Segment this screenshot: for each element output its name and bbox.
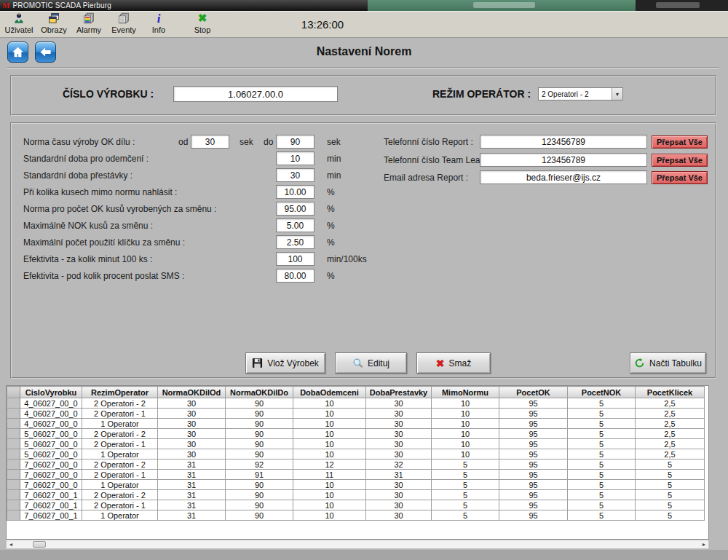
column-header[interactable]: PocetOK	[499, 387, 568, 398]
vloz-vyrobek-button[interactable]: Vlož Výrobek	[245, 352, 325, 374]
operator-mode-select[interactable]: 2 Operatori - 2 ▼	[538, 87, 623, 100]
table-cell: 2 Operatori - 2	[82, 490, 158, 500]
row-selector[interactable]	[7, 409, 20, 419]
row-selector[interactable]	[7, 480, 20, 490]
table-row[interactable]: 7_06027_00_02 Operatori - 23192123259555	[7, 460, 705, 470]
row-selector[interactable]	[7, 460, 20, 470]
table-cell: 30	[366, 510, 432, 521]
column-header[interactable]: NormaOKDilOd	[158, 387, 226, 398]
table-row[interactable]: 5_06027_00_02 Operatori - 13090103010955…	[7, 439, 705, 449]
table-row[interactable]: 7_06027_00_12 Operatori - 23190103059555	[7, 490, 705, 500]
background-window-dark	[636, 0, 728, 11]
table-cell: 10	[432, 409, 499, 419]
setting-row: Norma pro počet OK kusů vyrobených za sm…	[12, 202, 715, 216]
background-window-strip	[368, 0, 636, 11]
table-header-row: CisloVyrobkuRezimOperatorNormaOKDilOdNor…	[7, 387, 705, 398]
table-cell: 2,5	[636, 409, 705, 419]
contact-input[interactable]	[480, 153, 647, 167]
table-row[interactable]: 4_06027_00_02 Operatori - 13090103010955…	[7, 409, 705, 419]
horizontal-scrollbar[interactable]: ◄ ►	[6, 540, 709, 549]
overwrite-all-button[interactable]: Přepsat Vše	[652, 154, 708, 167]
setting-input[interactable]	[276, 185, 314, 199]
row-selector[interactable]	[7, 419, 20, 429]
contact-input[interactable]	[480, 170, 647, 184]
windows-icon	[47, 12, 60, 25]
event-pages-icon	[117, 12, 130, 25]
table-cell: 5_06027_00_0	[20, 429, 82, 439]
row-selector[interactable]	[7, 439, 20, 449]
column-header[interactable]: MimoNormu	[432, 387, 499, 398]
row-selector[interactable]	[7, 398, 20, 409]
row-selector[interactable]	[7, 490, 20, 500]
setting-input[interactable]	[276, 202, 314, 216]
setting-label: Efektivita - za kolik minut 100 ks :	[23, 254, 152, 264]
table-cell: 5	[568, 419, 636, 429]
row-selector[interactable]	[7, 510, 20, 521]
table-row[interactable]: 4_06027_00_01 Operator30901030109552,5	[7, 419, 705, 429]
table-cell: 5	[636, 480, 705, 490]
table-row[interactable]: 5_06027_00_02 Operatori - 23090103010955…	[7, 429, 705, 439]
table-row[interactable]: 7_06027_00_02 Operatori - 13191113159555	[7, 470, 705, 480]
norms-table-container: CisloVyrobkuRezimOperatorNormaOKDilOdNor…	[6, 385, 709, 540]
row-selector[interactable]	[7, 500, 20, 510]
row-selector[interactable]	[7, 449, 20, 460]
background-window-text-blur	[473, 2, 535, 8]
column-header[interactable]: DobaOdemceni	[293, 387, 366, 398]
table-cell: 91	[226, 470, 293, 480]
toolbar-item-alarmy[interactable]: Alarmy	[73, 12, 105, 36]
table-cell: 5	[568, 409, 636, 419]
row-selector[interactable]	[7, 429, 20, 439]
row-selector[interactable]	[7, 470, 20, 480]
setting-input[interactable]	[276, 269, 314, 283]
table-row[interactable]: 7_06027_00_01 Operator3190103059555	[7, 480, 705, 490]
toolbar-item-eventy[interactable]: Eventy	[108, 12, 140, 36]
table-row[interactable]: 7_06027_00_11 Operator3190103059555	[7, 510, 705, 521]
setting-input[interactable]	[276, 218, 314, 232]
overwrite-all-button[interactable]: Přepsat Vše	[652, 135, 708, 149]
setting-input[interactable]	[276, 252, 314, 266]
column-header[interactable]: RezimOperator	[82, 387, 158, 398]
setting-input[interactable]	[276, 235, 314, 249]
toolbar-item-stop[interactable]: ✖ Stop	[188, 12, 217, 36]
toolbar-item-label: Eventy	[108, 25, 140, 35]
table-cell: 1 Operator	[82, 480, 158, 490]
row-selector-header	[7, 387, 20, 398]
column-header[interactable]: CisloVyrobku	[20, 387, 82, 398]
toolbar-item-info[interactable]: i Info	[143, 12, 175, 36]
table-cell: 5	[636, 490, 705, 500]
table-row[interactable]: 5_06027_00_01 Operator30901030109552,5	[7, 449, 705, 460]
column-header[interactable]: NormaOKDilDo	[226, 387, 293, 398]
table-row[interactable]: 7_06027_00_12 Operatori - 13190103059555	[7, 500, 705, 510]
table-cell: 30	[366, 490, 432, 500]
table-cell: 7_06027_00_0	[20, 470, 82, 480]
table-cell: 5	[568, 429, 636, 439]
product-number-label: ČÍSLO VÝROBKU :	[63, 88, 154, 100]
table-cell: 30	[366, 439, 432, 449]
scroll-right-icon[interactable]: ►	[700, 540, 708, 548]
background-window-text-blur	[656, 2, 700, 8]
page-title: Nastavení Norem	[0, 45, 728, 58]
edituj-button[interactable]: Edituj	[335, 352, 407, 374]
table-cell: 10	[432, 429, 499, 439]
toolbar-item-uzivatel[interactable]: Uživatel	[3, 12, 35, 36]
nacti-tabulku-button[interactable]: Načti Tabulku	[630, 352, 706, 374]
table-cell: 31	[366, 470, 432, 480]
table-cell: 10	[293, 439, 366, 449]
product-number-input[interactable]	[173, 86, 338, 102]
product-panel: ČÍSLO VÝROBKU : REŽIM OPERÁTOR : 2 Opera…	[10, 75, 716, 116]
column-header[interactable]: DobaPrestavky	[366, 387, 432, 398]
overwrite-all-button[interactable]: Přepsat Vše	[652, 171, 708, 184]
column-header[interactable]: PocetNOK	[568, 387, 636, 398]
table-cell: 90	[226, 419, 293, 429]
table-cell: 30	[366, 398, 432, 409]
scroll-left-icon[interactable]: ◄	[7, 540, 15, 548]
contact-input[interactable]	[480, 135, 647, 149]
column-header[interactable]: PocetKlicek	[636, 387, 705, 398]
table-cell: 90	[226, 490, 293, 500]
table-cell: 2 Operatori - 2	[82, 398, 158, 409]
scrollbar-thumb[interactable]	[33, 541, 46, 548]
table-row[interactable]: 4_06027_00_02 Operatori - 23090103010955…	[7, 398, 705, 409]
smaz-button[interactable]: ✖Smaž	[416, 352, 491, 374]
table-cell: 5	[432, 480, 499, 490]
toolbar-item-obrazy[interactable]: Obrazy	[38, 12, 70, 36]
